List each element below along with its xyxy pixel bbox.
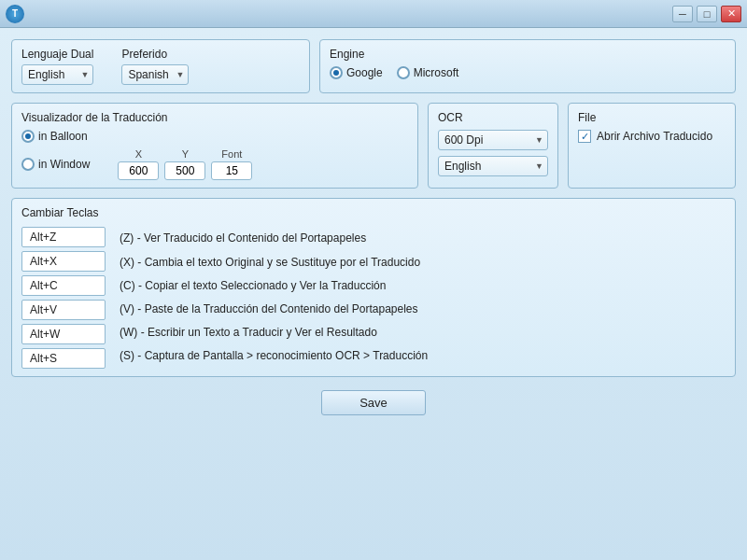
- window-text: in Window: [38, 158, 90, 171]
- file-checkbox-label[interactable]: ✓ Abrir Archivo Traducido: [578, 130, 726, 143]
- balloon-text: in Balloon: [38, 130, 88, 143]
- hotkey-keys-column: [21, 227, 106, 369]
- file-checkbox-text: Abrir Archivo Traducido: [597, 130, 712, 143]
- ocr-selects: 600 Dpi 300 Dpi 150 Dpi English Spanish …: [438, 130, 548, 176]
- ocr-dpi-wrapper: 600 Dpi 300 Dpi 150 Dpi: [438, 130, 548, 150]
- y-label: Y: [182, 148, 189, 160]
- hotkey-table: (Z) - Ver Traducido el Contenido del Por…: [21, 227, 726, 369]
- visualizer-options: in Balloon in Window X Y: [21, 130, 408, 180]
- hotkey-input-1[interactable]: [21, 251, 106, 272]
- top-row: Lenguaje Dual English Spanish French Pre…: [11, 39, 736, 93]
- font-input[interactable]: [211, 161, 252, 180]
- lang-preferred-column: Preferido Spanish English French: [121, 48, 189, 85]
- lang-dual-column: Lenguaje Dual English Spanish French: [21, 48, 93, 85]
- app-icon: T: [6, 5, 24, 23]
- ocr-lang-wrapper: English Spanish French: [438, 156, 548, 176]
- y-input[interactable]: [164, 161, 205, 180]
- close-button[interactable]: ✕: [721, 6, 741, 22]
- window-label[interactable]: in Window: [21, 158, 90, 171]
- hotkey-input-3[interactable]: [21, 300, 106, 320]
- engine-radio-group: Google Microsoft: [330, 66, 726, 79]
- title-bar: T ─ □ ✕: [0, 0, 747, 28]
- main-content: Lenguaje Dual English Spanish French Pre…: [0, 28, 747, 560]
- hotkey-desc-3: (V) - Paste de la Traducción del Conteni…: [120, 301, 428, 318]
- y-field: Y: [164, 148, 205, 180]
- middle-row: Visualizador de la Traducción in Balloon…: [11, 103, 736, 189]
- engine-panel: Engine Google Microsoft: [319, 39, 736, 93]
- hotkey-desc-4: (W) - Escribir un Texto a Traducir y Ver…: [120, 324, 428, 342]
- hotkey-input-0[interactable]: [21, 227, 106, 247]
- file-checkbox[interactable]: ✓: [578, 130, 591, 143]
- hotkeys-title: Cambiar Teclas: [21, 206, 726, 219]
- hotkey-desc-5: (S) - Captura de Pantalla > reconocimien…: [120, 347, 428, 365]
- lang-preferred-select[interactable]: Spanish English French: [121, 64, 189, 85]
- balloon-radio[interactable]: [21, 130, 35, 143]
- save-button[interactable]: Save: [321, 390, 426, 415]
- window-row: in Window X Y Font: [21, 148, 408, 180]
- hotkey-input-4[interactable]: [21, 324, 106, 344]
- font-field: Font: [211, 148, 252, 180]
- balloon-row: in Balloon: [21, 130, 408, 143]
- file-title: File: [578, 111, 726, 124]
- file-panel: File ✓ Abrir Archivo Traducido: [568, 103, 736, 189]
- maximize-button[interactable]: □: [697, 6, 717, 22]
- lang-dual-select-wrapper: English Spanish French: [21, 64, 93, 85]
- balloon-label[interactable]: in Balloon: [21, 130, 88, 143]
- font-label: Font: [221, 148, 242, 160]
- engine-google-text: Google: [346, 66, 383, 79]
- hotkey-input-2[interactable]: [21, 275, 106, 296]
- lang-dual-label: Lenguaje Dual: [21, 48, 93, 61]
- language-panel: Lenguaje Dual English Spanish French Pre…: [11, 39, 310, 93]
- ocr-panel: OCR 600 Dpi 300 Dpi 150 Dpi English Span…: [428, 103, 558, 189]
- lang-preferred-select-wrapper: Spanish English French: [121, 64, 189, 85]
- ocr-dpi-select[interactable]: 600 Dpi 300 Dpi 150 Dpi: [438, 130, 548, 150]
- x-field: X: [118, 148, 159, 180]
- save-row: Save: [11, 390, 736, 415]
- hotkey-input-5[interactable]: [21, 348, 106, 369]
- xyz-row: X Y Font: [118, 148, 252, 180]
- engine-google-label[interactable]: Google: [330, 66, 383, 79]
- engine-microsoft-label[interactable]: Microsoft: [397, 66, 459, 79]
- ocr-lang-select[interactable]: English Spanish French: [438, 156, 548, 176]
- engine-microsoft-text: Microsoft: [414, 66, 459, 79]
- visualizer-panel: Visualizador de la Traducción in Balloon…: [11, 103, 418, 189]
- hotkey-desc-1: (X) - Cambia el texto Original y se Sust…: [120, 254, 428, 272]
- x-label: X: [135, 148, 142, 160]
- hotkeys-panel: Cambiar Teclas (Z) - Ver Traducido el Co…: [11, 198, 736, 377]
- minimize-button[interactable]: ─: [672, 6, 693, 22]
- hotkey-desc-0: (Z) - Ver Traducido el Contenido del Por…: [120, 230, 428, 247]
- hotkey-desc-2: (C) - Copiar el texto Seleccionado y Ver…: [120, 277, 428, 295]
- visualizer-title: Visualizador de la Traducción: [21, 111, 408, 124]
- lang-dual-select[interactable]: English Spanish French: [21, 64, 93, 85]
- lang-header-row: Lenguaje Dual English Spanish French Pre…: [21, 48, 300, 85]
- lang-preferred-label: Preferido: [121, 48, 189, 61]
- engine-microsoft-radio[interactable]: [397, 66, 410, 79]
- ocr-title: OCR: [438, 111, 548, 124]
- x-input[interactable]: [118, 161, 159, 180]
- hotkey-descriptions-column: (Z) - Ver Traducido el Contenido del Por…: [120, 227, 428, 369]
- engine-google-radio[interactable]: [330, 66, 343, 79]
- engine-title: Engine: [330, 48, 726, 61]
- window-radio[interactable]: [21, 158, 35, 171]
